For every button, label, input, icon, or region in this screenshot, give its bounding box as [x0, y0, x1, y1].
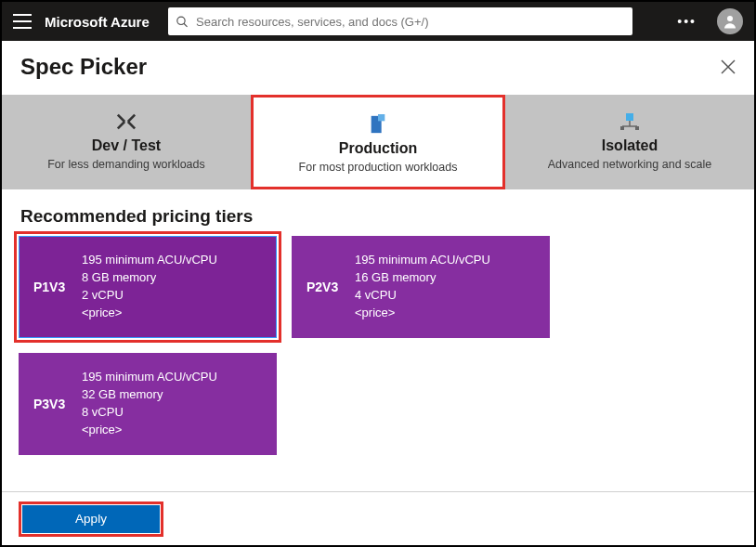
more-menu-icon[interactable]: •••	[670, 14, 704, 29]
tier-mem: 8 GB memory	[82, 269, 217, 287]
tier-specs: 195 minimum ACU/vCPU 16 GB memory 4 vCPU…	[355, 252, 490, 321]
section-heading: Recommended pricing tiers	[2, 189, 754, 236]
search-input[interactable]	[196, 15, 625, 29]
apply-highlight: Apply	[19, 501, 163, 537]
tier-sku: P2V3	[306, 280, 355, 294]
server-icon	[261, 112, 495, 137]
blade-footer: Apply	[2, 491, 754, 545]
svg-rect-7	[626, 113, 633, 121]
tab-label: Production	[261, 140, 495, 157]
tier-mem: 16 GB memory	[355, 269, 490, 287]
close-icon[interactable]	[721, 59, 736, 74]
tier-sku: P3V3	[33, 397, 82, 411]
tier-price: <price>	[355, 305, 490, 322]
tier-card-p2v3[interactable]: P2V3 195 minimum ACU/vCPU 16 GB memory 4…	[292, 236, 550, 338]
svg-line-1	[184, 23, 188, 27]
person-icon	[722, 13, 738, 30]
blade-header: Spec Picker	[2, 41, 754, 89]
network-icon	[513, 110, 747, 134]
tab-isolated[interactable]: Isolated Advanced networking and scale	[505, 95, 754, 189]
search-container	[168, 7, 632, 35]
apply-button[interactable]: Apply	[22, 505, 160, 533]
tools-icon	[9, 110, 243, 134]
tab-production[interactable]: Production For most production workloads	[251, 95, 505, 189]
tier-card-p1v3[interactable]: P1V3 195 minimum ACU/vCPU 8 GB memory 2 …	[19, 236, 277, 338]
global-search[interactable]	[168, 7, 632, 35]
svg-rect-10	[620, 126, 624, 130]
tier-acu: 195 minimum ACU/vCPU	[82, 252, 217, 269]
workload-tabs: Dev / Test For less demanding workloads …	[2, 95, 754, 189]
svg-point-2	[727, 16, 733, 21]
brand-label: Microsoft Azure	[45, 14, 150, 30]
tab-desc: Advanced networking and scale	[513, 158, 747, 171]
tier-specs: 195 minimum ACU/vCPU 32 GB memory 8 vCPU…	[82, 369, 217, 438]
search-icon	[176, 15, 189, 29]
tier-card-p3v3[interactable]: P3V3 195 minimum ACU/vCPU 32 GB memory 8…	[19, 353, 277, 455]
tab-label: Isolated	[513, 137, 747, 154]
tab-desc: For most production workloads	[261, 161, 495, 174]
tier-sku: P1V3	[33, 280, 82, 294]
tab-dev-test[interactable]: Dev / Test For less demanding workloads	[2, 95, 251, 189]
tab-label: Dev / Test	[9, 137, 243, 154]
tab-desc: For less demanding workloads	[9, 158, 243, 171]
tier-price: <price>	[82, 305, 217, 322]
azure-topbar: Microsoft Azure •••	[2, 2, 754, 41]
svg-rect-6	[378, 114, 385, 121]
page-title: Spec Picker	[20, 54, 147, 80]
tier-acu: 195 minimum ACU/vCPU	[82, 369, 217, 386]
svg-rect-11	[635, 126, 639, 130]
svg-point-0	[177, 17, 185, 24]
tier-cpu: 2 vCPU	[82, 287, 217, 305]
tier-specs: 195 minimum ACU/vCPU 8 GB memory 2 vCPU …	[82, 252, 217, 321]
tier-cpu: 4 vCPU	[355, 287, 490, 305]
content-scroll[interactable]: Dev / Test For less demanding workloads …	[2, 95, 754, 489]
tier-cards: P1V3 195 minimum ACU/vCPU 8 GB memory 2 …	[2, 236, 754, 483]
tier-mem: 32 GB memory	[82, 386, 217, 404]
tier-price: <price>	[82, 422, 217, 439]
hamburger-icon[interactable]	[13, 14, 32, 29]
tier-acu: 195 minimum ACU/vCPU	[355, 252, 490, 269]
account-avatar[interactable]	[717, 8, 743, 34]
tier-cpu: 8 vCPU	[82, 404, 217, 422]
